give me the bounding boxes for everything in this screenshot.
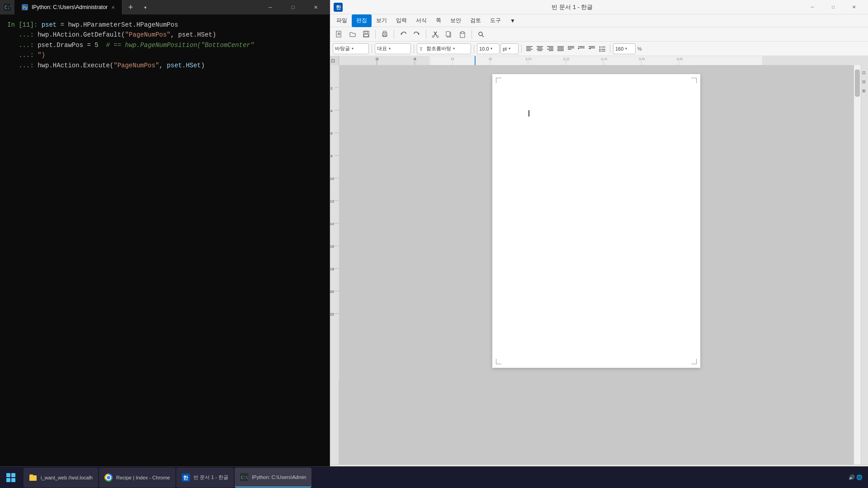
text-cursor — [528, 110, 529, 117]
hwp-window-title: 빈 문서 1 - 한글 — [343, 3, 802, 11]
taskbar-chrome-label: Recipe | Index - Chrome — [116, 475, 170, 480]
hwp-doc-area[interactable] — [339, 65, 854, 465]
hwp-bullet-list[interactable] — [597, 44, 607, 54]
terminal-tab-close[interactable]: ✕ — [111, 5, 115, 10]
hwp-tb-sep-4 — [472, 30, 472, 39]
taskbar-explorer-label: i_want_web //wsl.localh — [41, 475, 93, 480]
hwp-align-justify[interactable] — [556, 44, 566, 54]
svg-rect-12 — [383, 31, 386, 33]
code-line-3: ...: pset.DrawPos = 5 # == hwp.PageNumPo… — [7, 40, 322, 50]
hwp-menu-page[interactable]: 쪽 — [431, 14, 446, 27]
align-justify-icon — [557, 46, 564, 52]
hwp-menu-security[interactable]: 보안 — [446, 14, 466, 27]
hwp-scrollbar-vertical[interactable] — [854, 65, 861, 465]
hwp-toolbar2: 바탕글 ▾ 대표 ▾ T 함초롬바탕 ▾ 10.0 ▾ pt — [330, 42, 868, 56]
taskbar-item-hwp[interactable]: 빈 문서 1 - 한글 — [176, 468, 234, 488]
hwp-align-indent[interactable] — [576, 44, 586, 54]
page-corner-tr — [691, 78, 697, 83]
svg-rect-21 — [461, 32, 464, 33]
code-line-4: ...: ") — [7, 50, 322, 60]
hwp-tb-cut[interactable] — [429, 28, 442, 40]
hwp-scrollbar-thumb[interactable] — [855, 70, 860, 97]
hwp-tb-undo[interactable] — [397, 28, 410, 40]
hwp-align-distributed[interactable] — [566, 44, 576, 54]
page-corner-br — [691, 359, 697, 364]
terminal-close-btn[interactable]: ✕ — [305, 0, 326, 14]
svg-text:20: 20 — [330, 290, 334, 294]
terminal-window: C:\ Py IPython: C:\Users\Administrator ✕… — [0, 0, 330, 488]
hwp-tb-copy[interactable] — [443, 28, 455, 40]
hwp-tb-open[interactable] — [346, 28, 359, 40]
hwp-font-type-select[interactable]: 대표 ▾ — [375, 43, 411, 54]
taskbar-item-ipython[interactable]: C:\ IPython: C:\Users\Admin — [235, 468, 311, 488]
hwp-tb-print[interactable] — [378, 28, 391, 40]
code-line-1: In [11]: pset = hwp.HParameterSet.HPageN… — [7, 20, 322, 30]
hwp-style-arrow: ▾ — [352, 47, 354, 51]
hwp-close-btn[interactable]: ✕ — [844, 0, 864, 14]
svg-rect-103 — [29, 475, 37, 481]
hwp-menu-insert[interactable]: 입력 — [392, 14, 411, 27]
terminal-maximize-btn[interactable]: □ — [283, 0, 303, 14]
hwp-tb-redo[interactable] — [410, 28, 423, 40]
hwp-tb-sep-1 — [375, 30, 376, 39]
hwp-font-select[interactable]: T 함초롬바탕 ▾ — [417, 43, 471, 54]
hwp-fontsize-unit[interactable]: pt ▾ — [500, 43, 519, 54]
svg-line-23 — [482, 35, 484, 37]
svg-text:⊡: ⊡ — [331, 58, 335, 63]
hwp-style-select[interactable]: 바탕글 ▾ — [333, 43, 369, 54]
code-space — [99, 40, 106, 50]
code-execute-comma: , — [159, 61, 167, 70]
terminal-new-tab-btn[interactable]: + — [123, 0, 139, 14]
svg-text:2: 2 — [375, 56, 378, 61]
hwp-fontsize-select[interactable]: 10.0 ▾ — [477, 43, 500, 54]
terminal-tab-ipython[interactable]: Py IPython: C:\Users\Administrator ✕ — [14, 0, 123, 14]
hwp-align-center[interactable] — [535, 44, 545, 54]
main-area: C:\ Py IPython: C:\Users\Administrator ✕… — [0, 0, 868, 488]
hwp-menu-format[interactable]: 서식 — [411, 14, 431, 27]
hwp-content-area: 2 4 6 8 10 12 14 16 18 20 22 — [330, 65, 868, 465]
taskbar-item-chrome[interactable]: Recipe | Index - Chrome — [99, 468, 175, 488]
start-button[interactable] — [0, 467, 22, 488]
terminal-tab-label: IPython: C:\Users\Administrator — [32, 4, 108, 10]
taskbar-hwp-label: 빈 문서 1 - 한글 — [193, 474, 228, 481]
hwp-style-label: 바탕글 — [335, 45, 350, 52]
hwp-page — [492, 74, 700, 368]
hwp-tb2-sep-3 — [474, 44, 474, 53]
hwp-maximize-btn[interactable]: □ — [823, 0, 844, 14]
hwp-tb-find[interactable] — [475, 28, 487, 40]
hwp-tb-save[interactable] — [360, 28, 373, 40]
hwp-ruler-vertical: 2 4 6 8 10 12 14 16 18 20 22 — [330, 65, 339, 465]
hwp-menu-edit[interactable]: 편집 — [352, 14, 372, 27]
hwp-align-right[interactable] — [545, 44, 555, 54]
hwp-align-left[interactable] — [524, 44, 534, 54]
page-corner-bl — [496, 359, 501, 364]
hwp-tb-paste[interactable] — [456, 28, 469, 40]
terminal-minimize-btn[interactable]: ─ — [260, 0, 281, 14]
svg-text:⊞: ⊞ — [862, 89, 866, 93]
copy-icon — [445, 31, 453, 38]
hwp-fontsize-unit-arrow: ▾ — [509, 47, 510, 51]
hwp-menu-view[interactable]: 보기 — [372, 14, 392, 27]
svg-text:2: 2 — [330, 86, 333, 90]
hwp-align-outdent[interactable] — [587, 44, 597, 54]
terminal-dropdown-btn[interactable]: ▾ — [139, 0, 151, 14]
hwp-menu-more[interactable]: ▼ — [505, 14, 520, 27]
save-icon — [363, 31, 370, 38]
prompt-cont-2: ...: — [7, 30, 38, 40]
svg-point-22 — [479, 32, 482, 36]
hwp-menu-review[interactable]: 검토 — [466, 14, 486, 27]
svg-point-48 — [599, 46, 601, 47]
terminal-body[interactable]: In [11]: pset = hwp.HParameterSet.HPageN… — [0, 14, 330, 488]
code-num-5: 5 — [94, 40, 98, 50]
hwp-zoom-select[interactable]: 160 ▾ — [613, 43, 636, 54]
svg-text:18: 18 — [330, 267, 334, 271]
hwp-minimize-btn[interactable]: ─ — [802, 0, 823, 14]
hwp-menu-tools[interactable]: 도구 — [486, 14, 505, 27]
hwp-tb2-sep-1 — [372, 44, 372, 53]
taskbar-item-explorer[interactable]: i_want_web //wsl.localh — [24, 468, 98, 488]
hwp-menu-file[interactable]: 파일 — [332, 14, 352, 27]
hwp-tb-new[interactable] — [333, 28, 345, 40]
svg-text:16: 16 — [330, 244, 334, 249]
prompt-cont-3: ...: — [7, 40, 38, 50]
prompt-in-11: In [11]: — [7, 20, 42, 30]
